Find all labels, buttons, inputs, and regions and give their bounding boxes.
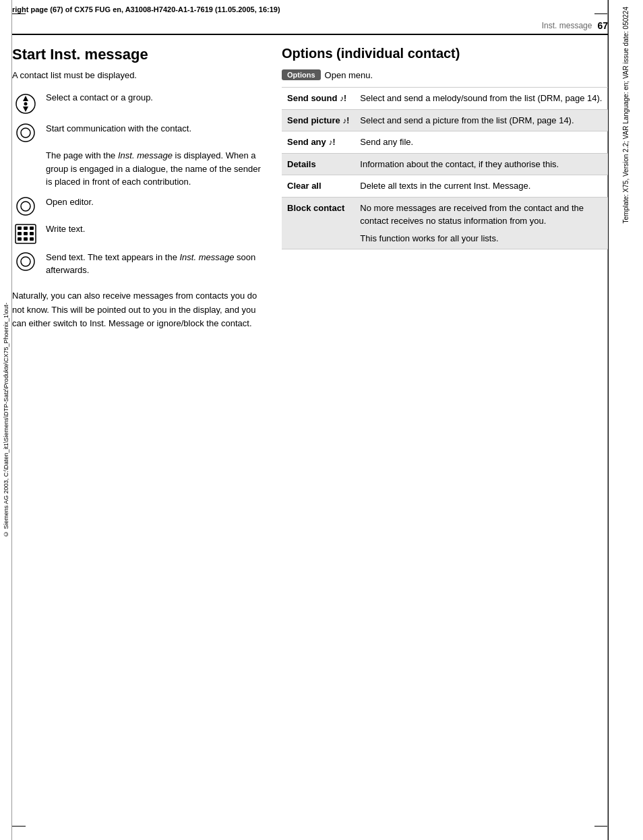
svg-marker-2 [23, 107, 28, 112]
step-6-text: Send text. The text appears in the Inst.… [46, 251, 268, 277]
center-button-icon-2 [16, 197, 35, 216]
options-table-label: Send picture ♪! [282, 109, 355, 131]
svg-point-18 [17, 253, 34, 270]
svg-point-5 [21, 128, 30, 138]
options-button-label: Options [282, 69, 321, 80]
top-mark-left [12, 13, 26, 14]
svg-rect-13 [24, 232, 28, 235]
keyboard-icon [15, 224, 36, 244]
svg-point-3 [24, 102, 28, 106]
step-1-text: Select a contact or a group. [46, 91, 153, 104]
svg-rect-9 [18, 227, 22, 230]
svg-rect-14 [30, 232, 34, 235]
options-table-description: Send any file. [355, 131, 608, 154]
step-6-italic: Inst. message [180, 252, 235, 262]
svg-rect-11 [30, 227, 34, 230]
body-paragraph: Naturally, you can also receive messages… [12, 289, 268, 331]
options-table-label: Send any ♪! [282, 131, 355, 154]
page-header: Inst. message 67 [12, 20, 608, 35]
svg-marker-1 [23, 96, 28, 101]
svg-point-7 [21, 202, 30, 211]
left-section-subtitle: A contact list must be displayed. [12, 70, 268, 80]
options-table-row: Clear allDelete all texts in the current… [282, 175, 608, 198]
options-section-title: Options (individual contact) [282, 46, 608, 61]
svg-rect-15 [18, 237, 22, 241]
options-table-row: Send picture ♪!Select and send a picture… [282, 109, 608, 131]
options-table-row: Send sound ♪!Select and send a melody/so… [282, 88, 608, 110]
right-sidebar: Template: X75, Version 2.2; VAR Language… [608, 0, 643, 840]
options-table-row: DetailsInformation about the contact, if… [282, 153, 608, 175]
left-sidebar: © Siemens AG 2003, C:\Daten_it1\Siemens\… [0, 0, 12, 840]
svg-rect-16 [24, 237, 28, 241]
options-table-description: No more messages are received from the c… [355, 197, 608, 249]
step-4-icon [12, 196, 39, 216]
svg-point-6 [17, 198, 34, 215]
options-table-description: Delete all texts in the current Inst. Me… [355, 175, 608, 198]
options-table-description: Information about the contact, if they a… [355, 153, 608, 175]
step-3-italic-1: Inst. message [118, 150, 173, 160]
top-mark-right [594, 13, 608, 14]
step-3-icon-placeholder [12, 149, 39, 150]
step-1: Select a contact or a group. [12, 91, 268, 115]
page-number: 67 [597, 20, 608, 31]
nav-icon [16, 92, 36, 115]
svg-rect-17 [30, 237, 34, 241]
options-table-row: Send any ♪!Send any file. [282, 131, 608, 154]
step-2-icon [12, 122, 39, 142]
meta-top-bar-text: right page (67) of CX75 FUG en, A31008-H… [12, 5, 280, 13]
options-table-description: Select and send a picture from the list … [355, 109, 608, 131]
meta-top-bar: right page (67) of CX75 FUG en, A31008-H… [12, 5, 603, 13]
step-6-icon [12, 251, 39, 271]
right-column: Options (individual contact) Options Ope… [282, 46, 608, 331]
svg-point-19 [21, 257, 30, 266]
options-table-row: Block contactNo more messages are receiv… [282, 197, 608, 249]
step-2-text: Start communication with the contact. [46, 122, 191, 136]
svg-rect-10 [24, 227, 28, 230]
step-3-text: The page with the Inst. message is displ… [46, 149, 268, 189]
step-3: The page with the Inst. message is displ… [12, 149, 268, 189]
svg-rect-12 [18, 232, 22, 235]
svg-point-4 [17, 124, 34, 142]
center-button-icon [16, 123, 35, 142]
step-5-text: Write text. [46, 222, 85, 236]
right-sidebar-text: Template: X75, Version 2.2; VAR Language… [621, 7, 631, 224]
step-2: Start communication with the contact. [12, 122, 268, 142]
step-1-icon [12, 91, 39, 115]
options-table-label: Send sound ♪! [282, 88, 355, 110]
options-intro-text: Open menu. [325, 70, 373, 80]
step-6: Send text. The text appears in the Inst.… [12, 251, 268, 277]
step-5-icon [12, 222, 39, 244]
options-table-label: Clear all [282, 175, 355, 198]
options-table: Send sound ♪!Select and send a melody/so… [282, 87, 608, 249]
left-column: Start Inst. message A contact list must … [12, 46, 268, 331]
options-table-label: Details [282, 153, 355, 175]
step-4-text: Open editor. [46, 196, 94, 209]
main-content: Inst. message 67 Start Inst. message A c… [12, 20, 608, 827]
step-4: Open editor. [12, 196, 268, 216]
options-table-description: Select and send a melody/sound from the … [355, 88, 608, 110]
page-header-label: Inst. message [542, 21, 592, 30]
left-section-title: Start Inst. message [12, 46, 268, 63]
options-table-label: Block contact [282, 197, 355, 249]
center-button-icon-3 [16, 252, 35, 271]
options-intro: Options Open menu. [282, 69, 608, 80]
left-sidebar-text: © Siemens AG 2003, C:\Daten_it1\Siemens\… [3, 303, 9, 537]
step-5: Write text. [12, 222, 268, 244]
columns-layout: Start Inst. message A contact list must … [12, 46, 608, 331]
